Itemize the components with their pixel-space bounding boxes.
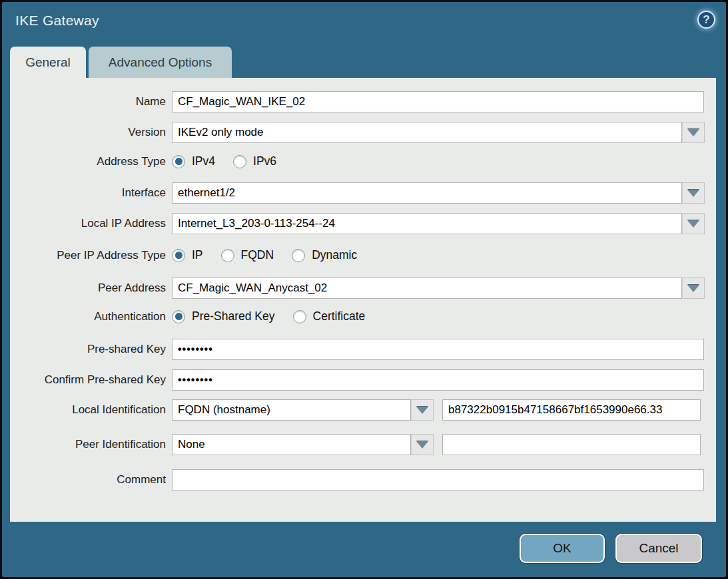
local-ip-address-dropdown[interactable]: Internet_L3_203-0-113-254--24 [172, 213, 705, 234]
chevron-down-icon [687, 285, 699, 292]
peer-ip-type-fqdn-option[interactable]: FQDN [221, 248, 274, 262]
name-input[interactable] [172, 91, 704, 112]
tab-general-label: General [25, 55, 71, 70]
authentication-label: Authentication [10, 310, 172, 323]
peer-identification-type-value: None [172, 434, 411, 455]
dialog-footer: OK Cancel [2, 522, 726, 563]
address-type-label: Address Type [10, 155, 172, 168]
chevron-down-icon [416, 407, 428, 414]
chevron-down-icon [687, 129, 699, 136]
radio-unselected-icon[interactable] [221, 249, 234, 262]
interface-dropdown-button[interactable] [682, 182, 705, 204]
local-identification-type-value: FQDN (hostname) [172, 399, 411, 421]
authentication-certificate-option[interactable]: Certificate [293, 309, 366, 323]
peer-ip-type-ip-label: IP [192, 248, 203, 262]
interface-value: ethernet1/2 [172, 182, 682, 204]
dialog-title: IKE Gateway [15, 13, 99, 29]
peer-identification-dropdown-button[interactable] [411, 434, 434, 455]
peer-address-value: CF_Magic_WAN_Anycast_02 [172, 278, 682, 299]
address-type-ipv4-option[interactable]: IPv4 [172, 154, 215, 168]
radio-selected-icon[interactable] [172, 249, 185, 262]
peer-ip-type-dynamic-option[interactable]: Dynamic [292, 248, 357, 262]
local-ip-address-label: Local IP Address [10, 217, 172, 230]
local-identification-dropdown-button[interactable] [411, 399, 434, 421]
general-tab-panel: Name Version IKEv2 only mode Address Typ… [10, 78, 716, 522]
radio-unselected-icon[interactable] [292, 249, 305, 262]
address-type-ipv6-option[interactable]: IPv6 [233, 154, 276, 168]
local-identification-value-input[interactable] [442, 399, 701, 421]
tab-general[interactable]: General [10, 47, 86, 78]
tab-advanced-options-label: Advanced Options [109, 55, 212, 70]
pre-shared-key-label: Pre-shared Key [10, 343, 172, 356]
peer-ip-type-fqdn-label: FQDN [241, 248, 274, 262]
authentication-certificate-label: Certificate [313, 309, 366, 323]
comment-input[interactable] [172, 469, 704, 490]
version-label: Version [10, 126, 172, 139]
peer-identification-row: Peer Identification None [10, 434, 716, 455]
comment-row: Comment [10, 469, 716, 490]
confirm-pre-shared-key-label: Confirm Pre-shared Key [10, 373, 172, 387]
peer-address-row: Peer Address CF_Magic_WAN_Anycast_02 [10, 278, 716, 299]
peer-identification-value-input[interactable] [442, 434, 701, 455]
authentication-psk-label: Pre-Shared Key [192, 309, 275, 323]
local-identification-type-dropdown[interactable]: FQDN (hostname) [172, 399, 434, 421]
peer-identification-label: Peer Identification [10, 438, 172, 451]
ok-button[interactable]: OK [520, 534, 605, 563]
address-type-ipv4-label: IPv4 [192, 154, 215, 168]
pre-shared-key-row: Pre-shared Key [10, 339, 716, 360]
local-ip-address-value: Internet_L3_203-0-113-254--24 [172, 213, 682, 234]
peer-address-label: Peer Address [10, 282, 172, 295]
name-row: Name [10, 91, 716, 112]
peer-address-dropdown[interactable]: CF_Magic_WAN_Anycast_02 [172, 278, 705, 299]
address-type-ipv6-label: IPv6 [253, 154, 276, 168]
version-dropdown[interactable]: IKEv2 only mode [172, 122, 705, 143]
local-ip-address-dropdown-button[interactable] [682, 213, 705, 234]
radio-selected-icon[interactable] [172, 310, 185, 323]
local-ip-address-row: Local IP Address Internet_L3_203-0-113-2… [10, 213, 716, 234]
radio-unselected-icon[interactable] [293, 310, 306, 323]
comment-label: Comment [10, 473, 172, 486]
peer-address-dropdown-button[interactable] [682, 278, 705, 299]
radio-selected-icon[interactable] [172, 155, 185, 168]
authentication-row: Authentication Pre-Shared Key Certificat… [10, 309, 716, 323]
version-dropdown-button[interactable] [682, 122, 705, 143]
version-row: Version IKEv2 only mode [10, 122, 716, 143]
cancel-button[interactable]: Cancel [615, 534, 702, 563]
help-question-icon[interactable]: ? [697, 11, 715, 29]
pre-shared-key-input[interactable] [172, 339, 704, 360]
local-identification-row: Local Identification FQDN (hostname) [10, 399, 716, 421]
version-value: IKEv2 only mode [172, 122, 682, 143]
peer-ip-address-type-label: Peer IP Address Type [10, 249, 172, 262]
peer-ip-type-ip-option[interactable]: IP [172, 248, 203, 262]
interface-dropdown[interactable]: ethernet1/2 [172, 182, 705, 204]
chevron-down-icon [416, 441, 428, 449]
local-identification-label: Local Identification [10, 403, 172, 417]
address-type-row: Address Type IPv4 IPv6 [10, 154, 716, 168]
radio-unselected-icon[interactable] [233, 155, 246, 168]
peer-identification-type-dropdown[interactable]: None [172, 434, 434, 455]
interface-row: Interface ethernet1/2 [10, 182, 716, 204]
authentication-psk-option[interactable]: Pre-Shared Key [172, 309, 275, 323]
confirm-pre-shared-key-input[interactable] [172, 369, 704, 391]
peer-ip-type-dynamic-label: Dynamic [312, 248, 357, 262]
name-label: Name [10, 95, 172, 108]
tab-advanced-options[interactable]: Advanced Options [89, 47, 232, 78]
chevron-down-icon [687, 220, 699, 228]
ike-gateway-dialog: IKE Gateway ? General Advanced Options N… [0, 0, 728, 579]
tab-bar: General Advanced Options [2, 46, 726, 78]
interface-label: Interface [10, 186, 172, 200]
confirm-pre-shared-key-row: Confirm Pre-shared Key [10, 369, 716, 391]
dialog-titlebar: IKE Gateway ? [2, 2, 726, 46]
peer-ip-address-type-row: Peer IP Address Type IP FQDN Dynamic [10, 248, 716, 262]
chevron-down-icon [687, 190, 699, 197]
